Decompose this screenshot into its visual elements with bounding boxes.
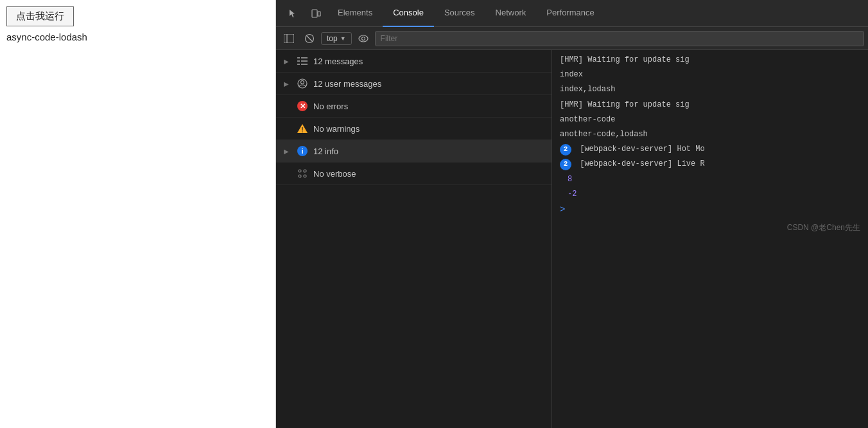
svg-rect-1	[318, 12, 320, 16]
console-output: [HMR] Waiting for update sig index index…	[552, 50, 868, 428]
category-warnings[interactable]: ▶ ! No warnings	[276, 118, 551, 140]
context-selector[interactable]: top ▼	[321, 32, 352, 45]
device-toolbar-icon[interactable]	[304, 2, 327, 25]
console-prompt[interactable]: >	[552, 202, 868, 217]
category-verbose[interactable]: ▶ No verbose	[276, 163, 551, 185]
tab-sources[interactable]: Sources	[434, 0, 485, 27]
console-line-webpack-live: 2 [webpack-dev-server] Live R	[552, 157, 868, 172]
category-user-messages-label: 12 user messages	[313, 79, 381, 89]
console-line-hmr2: [HMR] Waiting for update sig	[552, 98, 868, 112]
svg-line-5	[306, 35, 313, 42]
category-warnings-label: No warnings	[313, 124, 360, 134]
console-sidebar: ▶ 12 messages ▶	[276, 50, 552, 428]
clear-console-icon[interactable]	[300, 30, 318, 48]
left-panel: 点击我运行 async-code-lodash	[0, 0, 276, 428]
svg-rect-0	[312, 10, 317, 17]
tab-network[interactable]: Network	[485, 0, 537, 27]
console-line-index1: index	[552, 67, 868, 82]
arrow-user-messages: ▶	[284, 80, 291, 87]
console-line-num8: 8	[552, 172, 868, 187]
sidebar-toggle-icon[interactable]	[280, 30, 298, 48]
info-icon: i	[297, 145, 308, 157]
run-button[interactable]: 点击我运行	[6, 6, 74, 26]
console-line-another-code-lodash: another-code,lodash	[552, 127, 868, 142]
context-label: top	[327, 34, 338, 43]
svg-point-7	[361, 37, 365, 40]
console-line-webpack-hot: 2 [webpack-dev-server] Hot Mo	[552, 142, 868, 157]
badge-live: 2	[560, 159, 571, 170]
svg-point-19	[299, 175, 301, 177]
category-info[interactable]: ▶ i 12 info	[276, 140, 551, 163]
arrow-info: ▶	[284, 148, 291, 155]
page-label: async-code-lodash	[6, 31, 269, 42]
warning-icon: !	[297, 123, 308, 134]
console-line-hmr1: [HMR] Waiting for update sig	[552, 53, 868, 67]
devtools-panel: Elements Console Sources Network Perform…	[276, 0, 868, 428]
category-messages[interactable]: ▶ 12 messages	[276, 50, 551, 73]
context-dropdown-icon: ▼	[340, 35, 346, 42]
list-icon	[297, 55, 308, 67]
console-line-num-2: -2	[552, 187, 868, 202]
category-user-messages[interactable]: ▶ 12 user messages	[276, 73, 551, 95]
tab-performance[interactable]: Performance	[536, 0, 604, 27]
svg-text:!: !	[301, 127, 303, 134]
badge-hot: 2	[560, 144, 571, 156]
inspect-element-icon[interactable]	[281, 2, 304, 25]
svg-point-18	[304, 170, 306, 172]
svg-point-6	[359, 35, 368, 42]
category-messages-label: 12 messages	[313, 57, 363, 66]
category-verbose-label: No verbose	[313, 169, 356, 179]
prompt-symbol: >	[560, 204, 565, 215]
category-info-label: 12 info	[313, 147, 338, 156]
arrow-messages: ▶	[284, 58, 291, 65]
console-line-another-code: another-code	[552, 112, 868, 127]
filter-input[interactable]	[375, 31, 864, 46]
svg-rect-2	[284, 34, 294, 43]
category-errors-label: No errors	[313, 102, 348, 111]
category-errors[interactable]: ▶ ✕ No errors	[276, 95, 551, 118]
console-toolbar: top ▼	[276, 27, 868, 50]
verbose-icon	[297, 168, 308, 179]
svg-point-15	[301, 81, 304, 84]
devtools-main: ▶ 12 messages ▶	[276, 50, 868, 428]
svg-point-17	[299, 170, 301, 172]
tab-elements[interactable]: Elements	[327, 0, 383, 27]
devtools-tabs: Elements Console Sources Network Perform…	[276, 0, 868, 27]
eye-icon[interactable]	[354, 30, 372, 48]
watermark: CSDN @老Chen先生	[552, 217, 868, 238]
svg-point-20	[304, 175, 306, 177]
tab-console[interactable]: Console	[383, 0, 434, 27]
user-icon	[297, 78, 308, 89]
error-icon: ✕	[297, 100, 308, 112]
console-line-index-lodash: index,lodash	[552, 82, 868, 97]
